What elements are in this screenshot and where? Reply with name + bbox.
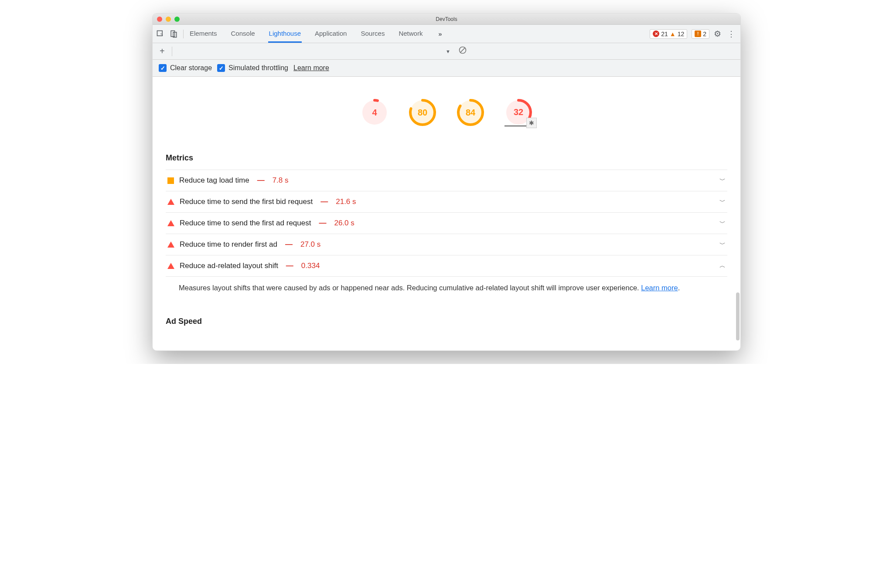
metric-name: Reduce time to render first ad: [180, 240, 277, 249]
chevron-down-icon: ﹀: [719, 177, 726, 184]
window-title: DevTools: [436, 16, 457, 22]
metric-row[interactable]: Reduce time to render first ad — 27.0 s …: [166, 234, 727, 255]
inspect-element-icon[interactable]: [156, 30, 165, 38]
metric-dash: —: [319, 219, 326, 228]
svg-rect-1: [171, 31, 174, 36]
metric-row[interactable]: Reduce tag load time — 7.8 s ﹀: [166, 170, 727, 191]
warning-count: 12: [678, 31, 685, 37]
metrics-list: Reduce tag load time — 7.8 s ﹀ Reduce ti…: [166, 170, 727, 302]
report-dropdown-icon[interactable]: ▼: [446, 49, 450, 54]
score-gauge-2[interactable]: 84: [457, 99, 484, 126]
chevron-down-icon: ﹀: [719, 198, 726, 206]
score-gauge-0[interactable]: 4: [361, 99, 389, 126]
metric-value: 21.6 s: [336, 197, 356, 206]
metric-name: Reduce time to send the first ad request: [180, 219, 311, 228]
metric-name: Reduce tag load time: [179, 176, 249, 185]
triangle-icon: [167, 241, 174, 248]
score-value: 4: [361, 99, 389, 126]
score-gauge-3[interactable]: 32 ✱: [504, 99, 532, 126]
triangle-icon: [167, 263, 174, 269]
zoom-window-button[interactable]: [174, 17, 180, 22]
console-errors-warnings-badge[interactable]: ✕ 21 ▲ 12: [650, 29, 687, 39]
metric-row[interactable]: Reduce ad-related layout shift — 0.334 ︿: [166, 255, 727, 276]
panel-tabs: Elements Console Lighthouse Application …: [189, 25, 650, 42]
main-tabbar: Elements Console Lighthouse Application …: [153, 25, 740, 43]
learn-more-link[interactable]: Learn more: [641, 284, 678, 292]
svg-rect-0: [157, 31, 163, 36]
metric-row[interactable]: Reduce time to send the first bid reques…: [166, 191, 727, 212]
checkbox-checked-icon: ✓: [159, 64, 167, 72]
lighthouse-settings-bar: ✓ Clear storage ✓ Simulated throttling L…: [153, 60, 740, 77]
simulated-throttling-checkbox[interactable]: ✓ Simulated throttling: [217, 64, 288, 72]
metric-dash: —: [285, 240, 293, 249]
metric-value: 26.0 s: [334, 219, 354, 228]
score-gauges: 4 80 84 32 ✱: [153, 77, 740, 139]
device-toggle-icon[interactable]: [169, 30, 178, 38]
clear-storage-label: Clear storage: [170, 64, 212, 72]
svg-line-4: [460, 48, 465, 53]
issues-count: 2: [703, 31, 706, 37]
score-gauge-1[interactable]: 80: [409, 99, 436, 126]
metrics-heading: Metrics: [166, 153, 727, 163]
issues-icon: !: [695, 31, 701, 37]
metric-dash: —: [257, 176, 265, 185]
more-menu-icon[interactable]: ⋮: [726, 29, 737, 39]
metric-name: Reduce ad-related layout shift: [180, 262, 278, 270]
more-tabs-icon[interactable]: »: [436, 30, 444, 38]
clear-storage-checkbox[interactable]: ✓ Clear storage: [159, 64, 212, 72]
chevron-up-icon: ︿: [719, 262, 726, 270]
score-value: 80: [409, 99, 436, 126]
clear-icon[interactable]: [458, 46, 467, 57]
report-content: Metrics Reduce tag load time — 7.8 s ﹀ R…: [153, 139, 740, 350]
square-icon: [167, 177, 174, 184]
tab-network[interactable]: Network: [398, 25, 423, 43]
score-value: 84: [457, 99, 484, 126]
metric-dash: —: [320, 197, 328, 206]
metric-value: 0.334: [301, 262, 320, 270]
issues-badge[interactable]: ! 2: [692, 29, 709, 39]
learn-more-link[interactable]: Learn more: [293, 64, 329, 72]
metric-description: Measures layout shifts that were caused …: [166, 276, 727, 302]
chevron-down-icon: ﹀: [719, 241, 726, 248]
plugin-icon: ✱: [526, 118, 537, 128]
lighthouse-toolbar: + ▼: [153, 43, 740, 60]
error-icon: ✕: [653, 31, 659, 37]
close-window-button[interactable]: [157, 17, 162, 22]
titlebar: DevTools: [153, 14, 740, 25]
settings-icon[interactable]: ⚙: [714, 29, 721, 39]
devtools-window: DevTools Elements Console Lighthouse App…: [152, 13, 741, 351]
triangle-icon: [167, 220, 174, 226]
metric-dash: —: [286, 262, 293, 270]
warning-icon: ▲: [670, 31, 676, 37]
error-count: 21: [661, 31, 668, 37]
tab-lighthouse[interactable]: Lighthouse: [268, 25, 302, 43]
simulated-throttling-label: Simulated throttling: [228, 64, 288, 72]
minimize-window-button[interactable]: [166, 17, 171, 22]
scrollbar[interactable]: [736, 292, 740, 340]
metric-value: 27.0 s: [300, 240, 320, 249]
toolbar-divider: [172, 47, 172, 56]
metric-row[interactable]: Reduce time to send the first ad request…: [166, 212, 727, 234]
checkbox-checked-icon: ✓: [217, 64, 225, 72]
tab-console[interactable]: Console: [230, 25, 256, 43]
window-controls: [157, 17, 180, 22]
new-report-button[interactable]: +: [157, 46, 167, 56]
triangle-icon: [167, 199, 174, 205]
tab-sources[interactable]: Sources: [360, 25, 385, 43]
chevron-down-icon: ﹀: [719, 219, 726, 227]
tab-elements[interactable]: Elements: [189, 25, 218, 43]
ad-speed-heading: Ad Speed: [166, 317, 727, 326]
tab-application[interactable]: Application: [314, 25, 348, 43]
metric-value: 7.8 s: [273, 176, 289, 185]
metric-name: Reduce time to send the first bid reques…: [180, 197, 313, 206]
